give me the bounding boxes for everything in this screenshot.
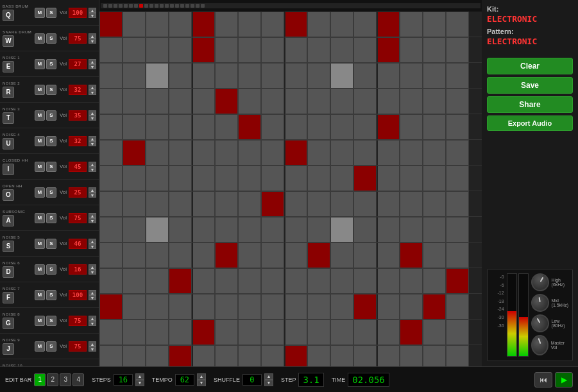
grid-cell-8-14[interactable] xyxy=(423,217,446,243)
grid-cell-2-2[interactable] xyxy=(146,63,169,89)
grid-cell-3-6[interactable] xyxy=(238,89,261,114)
grid-cell-11-9[interactable] xyxy=(307,294,330,320)
grid-cell-4-7[interactable] xyxy=(261,114,284,140)
grid-cell-2-13[interactable] xyxy=(400,63,423,89)
grid-cell-13-11[interactable] xyxy=(353,345,377,366)
grid-cell-11-7[interactable] xyxy=(261,294,284,320)
grid-cell-8-5[interactable] xyxy=(215,217,238,243)
solo-btn-8[interactable]: S xyxy=(46,213,56,223)
vol-up-10[interactable]: ▲ xyxy=(89,264,96,269)
grid-cell-1-2[interactable] xyxy=(146,37,169,63)
vol-up-0[interactable]: ▲ xyxy=(89,8,96,13)
grid-cell-9-12[interactable] xyxy=(377,243,400,268)
grid-cell-5-3[interactable] xyxy=(169,140,192,166)
grid-cell-7-3[interactable] xyxy=(169,191,192,217)
grid-cell-9-7[interactable] xyxy=(261,243,284,268)
vol-down-8[interactable]: ▼ xyxy=(89,218,96,223)
grid-cell-2-5[interactable] xyxy=(215,63,238,89)
mute-btn-3[interactable]: M xyxy=(35,85,45,95)
vol-up-6[interactable]: ▲ xyxy=(89,162,96,167)
grid-cell-5-1[interactable] xyxy=(123,140,146,166)
mute-btn-2[interactable]: M xyxy=(35,59,45,69)
grid-cell-1-1[interactable] xyxy=(123,37,146,63)
vol-down-10[interactable]: ▼ xyxy=(89,269,96,275)
grid-cell-8-13[interactable] xyxy=(400,217,423,243)
vol-up-5[interactable]: ▲ xyxy=(89,136,96,141)
grid-cell-13-15[interactable] xyxy=(446,345,469,366)
grid-cell-10-11[interactable] xyxy=(353,268,377,294)
grid-cell-12-3[interactable] xyxy=(169,320,192,345)
channel-key-3[interactable]: R xyxy=(3,87,14,98)
grid-cell-12-7[interactable] xyxy=(261,320,284,345)
grid-cell-12-1[interactable] xyxy=(123,320,146,345)
grid-cell-1-14[interactable] xyxy=(423,37,446,63)
grid-cell-6-10[interactable] xyxy=(330,166,353,191)
grid-cell-9-0[interactable] xyxy=(99,243,123,268)
grid-cell-7-0[interactable] xyxy=(99,191,123,217)
grid-cell-12-6[interactable] xyxy=(238,320,261,345)
grid-cell-13-12[interactable] xyxy=(377,345,400,366)
grid-cell-2-11[interactable] xyxy=(353,63,377,89)
grid-cell-13-9[interactable] xyxy=(307,345,330,366)
grid-cell-4-14[interactable] xyxy=(423,114,446,140)
channel-key-5[interactable]: U xyxy=(3,138,14,149)
grid-cell-6-6[interactable] xyxy=(238,166,261,191)
mute-btn-13[interactable]: M xyxy=(35,341,45,352)
grid-cell-7-14[interactable] xyxy=(423,191,446,217)
grid-cell-3-2[interactable] xyxy=(146,89,169,114)
grid-cell-12-2[interactable] xyxy=(146,320,169,345)
grid-cell-3-4[interactable] xyxy=(192,89,215,114)
grid-cell-3-0[interactable] xyxy=(99,89,123,114)
steps-down[interactable]: ▼ xyxy=(135,380,144,386)
solo-btn-6[interactable]: S xyxy=(46,162,56,172)
grid-cell-10-9[interactable] xyxy=(307,268,330,294)
grid-cell-5-9[interactable] xyxy=(307,140,330,166)
grid-cell-8-3[interactable] xyxy=(169,217,192,243)
grid-cell-8-7[interactable] xyxy=(261,217,284,243)
high-knob[interactable] xyxy=(527,270,552,294)
grid-cell-13-0[interactable] xyxy=(99,345,123,366)
grid-cell-13-13[interactable] xyxy=(400,345,423,366)
grid-cell-0-0[interactable] xyxy=(99,12,123,37)
grid-cell-5-15[interactable] xyxy=(446,140,469,166)
grid-cell-3-9[interactable] xyxy=(307,89,330,114)
mute-btn-6[interactable]: M xyxy=(35,162,45,172)
grid-cell-13-7[interactable] xyxy=(261,345,284,366)
vol-stepper-13[interactable]: ▲ ▼ xyxy=(89,341,96,352)
master-vol-knob[interactable] xyxy=(531,335,548,355)
solo-btn-2[interactable]: S xyxy=(46,59,56,69)
grid-cell-11-14[interactable] xyxy=(423,294,446,320)
grid-cell-0-10[interactable] xyxy=(330,12,353,37)
grid-cell-1-4[interactable] xyxy=(192,37,215,63)
mute-btn-1[interactable]: M xyxy=(35,33,45,44)
channel-key-0[interactable]: Q xyxy=(3,10,14,21)
clear-button[interactable]: Clear xyxy=(487,58,573,74)
grid-cell-3-13[interactable] xyxy=(400,89,423,114)
grid-cell-4-5[interactable] xyxy=(215,114,238,140)
grid-cell-3-3[interactable] xyxy=(169,89,192,114)
grid-cell-11-10[interactable] xyxy=(330,294,353,320)
grid-cell-7-9[interactable] xyxy=(307,191,330,217)
vol-down-7[interactable]: ▼ xyxy=(89,192,96,198)
grid-cell-8-15[interactable] xyxy=(446,217,469,243)
grid-cell-1-10[interactable] xyxy=(330,37,353,63)
channel-key-8[interactable]: A xyxy=(3,215,14,226)
grid-cell-11-2[interactable] xyxy=(146,294,169,320)
bar-tab-0[interactable]: 1 xyxy=(34,373,46,386)
grid-cell-0-8[interactable] xyxy=(284,12,307,37)
grid-cell-7-7[interactable] xyxy=(261,191,284,217)
grid-cell-7-11[interactable] xyxy=(353,191,377,217)
grid-cell-8-12[interactable] xyxy=(377,217,400,243)
grid-cell-7-13[interactable] xyxy=(400,191,423,217)
vol-stepper-4[interactable]: ▲ ▼ xyxy=(89,110,96,121)
vol-down-2[interactable]: ▼ xyxy=(89,64,96,69)
grid-cell-2-12[interactable] xyxy=(377,63,400,89)
vol-down-3[interactable]: ▼ xyxy=(89,90,96,95)
grid-cell-13-8[interactable] xyxy=(284,345,307,366)
grid-cell-12-11[interactable] xyxy=(353,320,377,345)
grid-cell-10-14[interactable] xyxy=(423,268,446,294)
grid-cell-1-13[interactable] xyxy=(400,37,423,63)
share-button[interactable]: Share xyxy=(487,96,573,113)
grid-cell-10-2[interactable] xyxy=(146,268,169,294)
grid-cell-9-3[interactable] xyxy=(169,243,192,268)
